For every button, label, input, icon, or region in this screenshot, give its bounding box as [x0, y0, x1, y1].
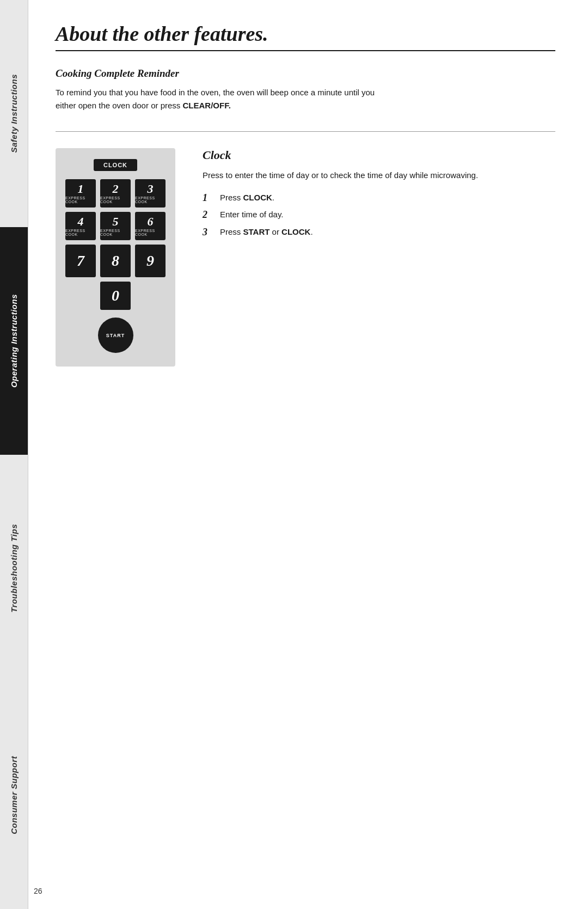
cooking-complete-body: To remind you that you have food in the …: [56, 86, 393, 112]
section-cooking-complete: Cooking Complete Reminder To remind you …: [56, 68, 555, 112]
steps-list: 1 Press CLOCK. 2 Enter time of day. 3 Pr…: [203, 192, 555, 239]
key-6[interactable]: 6 Express Cook: [135, 212, 166, 240]
step-3-number: 3: [203, 226, 215, 239]
step-2: 2 Enter time of day.: [203, 209, 555, 221]
step-1-text: Press CLOCK.: [220, 192, 274, 204]
step-3-text: Press START or CLOCK.: [220, 226, 313, 239]
clock-heading: Clock: [203, 148, 555, 162]
key-3[interactable]: 3 Express Cook: [135, 179, 166, 208]
keypad-row-3: 7 8 9: [65, 245, 166, 277]
keypad-row-2: 4 Express Cook 5 Express Cook 6 Express …: [65, 212, 166, 240]
sidebar-label-consumer: Consumer Support: [9, 756, 19, 834]
clock-section: CLOCK 1 Express Cook 2 Express Cook 3 Ex…: [56, 148, 555, 367]
sidebar-label-safety: Safety Instructions: [9, 74, 19, 153]
page-title: About the other features.: [56, 22, 555, 46]
step-2-number: 2: [203, 209, 215, 221]
key-2[interactable]: 2 Express Cook: [100, 179, 131, 208]
key-1[interactable]: 1 Express Cook: [65, 179, 96, 208]
step-1-number: 1: [203, 192, 215, 204]
key-8[interactable]: 8: [100, 245, 131, 277]
main-content: About the other features. Cooking Comple…: [28, 0, 588, 388]
key-7[interactable]: 7: [65, 245, 96, 277]
keypad-grid: 1 Express Cook 2 Express Cook 3 Express …: [65, 179, 166, 353]
start-label: START: [106, 333, 125, 338]
sidebar-section-safety: Safety Instructions: [0, 0, 28, 227]
clock-button[interactable]: CLOCK: [94, 159, 137, 171]
page-number: 26: [34, 887, 42, 895]
sidebar-section-consumer: Consumer Support: [0, 682, 28, 909]
sidebar-label-operating: Operating Instructions: [9, 294, 19, 388]
cooking-complete-heading: Cooking Complete Reminder: [56, 68, 555, 80]
clock-description: Press to enter the time of day or to che…: [203, 169, 555, 182]
sidebar-label-troubleshooting: Troubleshooting Tips: [9, 524, 19, 613]
keypad-row-4: 0: [100, 282, 131, 310]
section-divider: [56, 131, 555, 132]
sidebar-section-troubleshooting: Troubleshooting Tips: [0, 455, 28, 682]
start-button[interactable]: START: [98, 318, 133, 353]
title-underline: [56, 50, 555, 51]
key-0[interactable]: 0: [100, 282, 131, 310]
sidebar-section-operating: Operating Instructions: [0, 227, 28, 454]
step-3: 3 Press START or CLOCK.: [203, 226, 555, 239]
key-4[interactable]: 4 Express Cook: [65, 212, 96, 240]
sidebar: Safety Instructions Operating Instructio…: [0, 0, 28, 909]
keypad-diagram: CLOCK 1 Express Cook 2 Express Cook 3 Ex…: [56, 148, 175, 367]
key-5[interactable]: 5 Express Cook: [100, 212, 131, 240]
keypad-row-1: 1 Express Cook 2 Express Cook 3 Express …: [65, 179, 166, 208]
step-1: 1 Press CLOCK.: [203, 192, 555, 204]
key-9[interactable]: 9: [135, 245, 166, 277]
step-2-text: Enter time of day.: [220, 209, 283, 221]
clock-instructions: Clock Press to enter the time of day or …: [203, 148, 555, 239]
cooking-complete-bold: CLEAR/OFF.: [182, 101, 230, 110]
